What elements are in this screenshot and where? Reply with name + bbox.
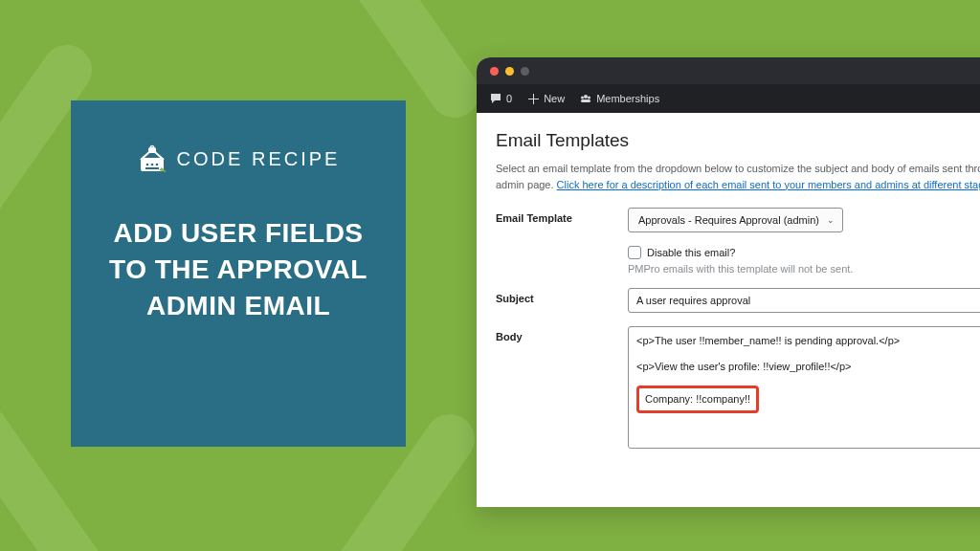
adminbar-comments[interactable]: 0 xyxy=(490,93,512,104)
row-body: Body <p>The user !!member_name!! is pend… xyxy=(496,326,980,449)
body-line-1: <p>The user !!member_name!! is pending a… xyxy=(636,333,980,349)
email-template-select[interactable]: Approvals - Requires Approval (admin) ⌄ xyxy=(628,208,843,232)
memberships-icon xyxy=(580,93,591,104)
svg-point-4 xyxy=(155,164,158,166)
svg-point-8 xyxy=(588,97,590,99)
svg-rect-9 xyxy=(581,99,590,102)
code-recipe-logo-icon xyxy=(137,144,167,173)
disable-helper: PMPro emails with this template will not… xyxy=(628,263,980,275)
browser-window: 0 New Memberships Email Templates Select… xyxy=(477,57,980,507)
chevron-down-icon: ⌄ xyxy=(827,215,835,225)
page-title: Email Templates xyxy=(496,130,980,151)
memberships-label: Memberships xyxy=(596,93,659,104)
plus-icon xyxy=(527,93,539,104)
page-body: Email Templates Select an email template… xyxy=(477,113,980,449)
brand-name: CODE RECIPE xyxy=(177,148,341,170)
hero-title: ADD USER FIELDS TO THE APPROVAL ADMIN EM… xyxy=(100,215,377,323)
svg-point-2 xyxy=(145,164,148,166)
row-subject: Subject xyxy=(496,288,980,313)
svg-point-6 xyxy=(584,95,588,99)
svg-point-3 xyxy=(150,164,153,166)
svg-rect-1 xyxy=(148,147,156,153)
comment-icon xyxy=(490,93,501,104)
intro-line2: admin page. xyxy=(496,179,557,190)
window-titlebar xyxy=(477,57,980,84)
intro-link[interactable]: Click here for a description of each ema… xyxy=(557,179,980,190)
subject-input[interactable] xyxy=(628,288,980,313)
svg-point-7 xyxy=(581,97,584,99)
intro-text: Select an email template from the dropdo… xyxy=(496,161,980,192)
svg-rect-5 xyxy=(145,167,159,169)
label-body: Body xyxy=(496,326,628,342)
comments-count: 0 xyxy=(506,93,512,104)
window-maximize-icon[interactable] xyxy=(521,67,529,76)
row-disable: Disable this email? PMPro emails with th… xyxy=(496,246,980,275)
intro-line1: Select an email template from the dropdo… xyxy=(496,163,980,174)
adminbar-memberships[interactable]: Memberships xyxy=(580,93,659,104)
body-textarea[interactable]: <p>The user !!member_name!! is pending a… xyxy=(628,326,980,449)
hero-card: CODE RECIPE ADD USER FIELDS TO THE APPRO… xyxy=(71,100,406,447)
row-email-template: Email Template Approvals - Requires Appr… xyxy=(496,208,980,232)
label-subject: Subject xyxy=(496,288,628,304)
adminbar-new[interactable]: New xyxy=(527,93,565,104)
body-highlight: Company: !!company!! xyxy=(636,386,759,413)
label-email-template: Email Template xyxy=(496,208,628,224)
wp-admin-bar: 0 New Memberships xyxy=(477,84,980,113)
window-close-icon[interactable] xyxy=(490,67,499,76)
body-line-2: <p>View the user's profile: !!view_profi… xyxy=(636,359,980,375)
disable-label: Disable this email? xyxy=(647,247,735,258)
body-highlight-text: Company: !!company!! xyxy=(645,393,750,405)
new-label: New xyxy=(544,93,565,104)
select-value: Approvals - Requires Approval (admin) xyxy=(638,214,819,226)
disable-email-checkbox[interactable] xyxy=(628,246,641,259)
window-minimize-icon[interactable] xyxy=(505,67,514,76)
label-empty xyxy=(496,246,628,251)
brand-row: CODE RECIPE xyxy=(137,144,341,173)
